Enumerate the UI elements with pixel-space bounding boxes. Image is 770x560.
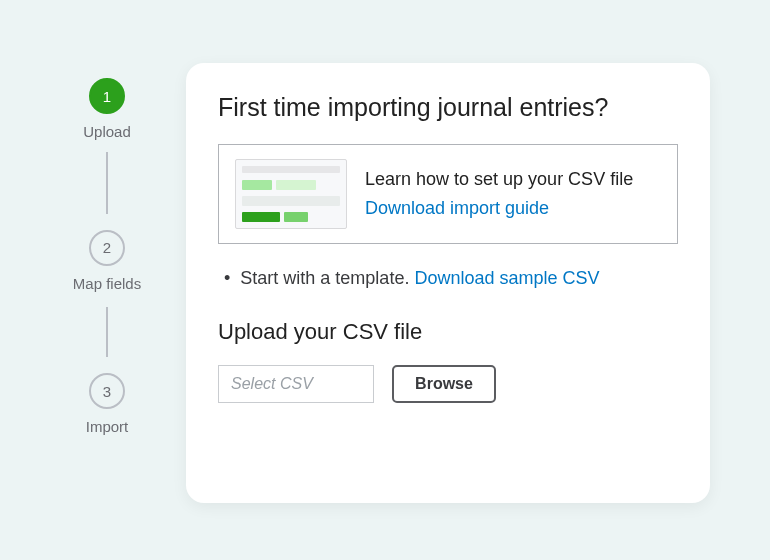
guide-box: Learn how to set up your CSV file Downlo…: [218, 144, 678, 244]
step-1[interactable]: 1 Upload: [83, 78, 131, 142]
guide-title: Learn how to set up your CSV file: [365, 169, 633, 190]
template-prefix: Start with a template.: [240, 268, 414, 288]
template-text: Start with a template. Download sample C…: [240, 268, 599, 289]
browse-button[interactable]: Browse: [392, 365, 496, 403]
guide-thumbnail: [235, 159, 347, 229]
step-connector: [106, 152, 108, 214]
step-connector: [106, 307, 108, 357]
step-2-label: Map fields: [73, 274, 141, 294]
card-heading: First time importing journal entries?: [218, 93, 678, 122]
import-card: First time importing journal entries? Le…: [186, 63, 710, 503]
bullet-icon: •: [224, 269, 230, 287]
step-2[interactable]: 2 Map fields: [73, 230, 141, 294]
upload-row: Browse: [218, 365, 678, 403]
guide-text: Learn how to set up your CSV file Downlo…: [365, 169, 633, 219]
template-row: • Start with a template. Download sample…: [218, 268, 678, 289]
file-input[interactable]: [218, 365, 374, 403]
step-3[interactable]: 3 Import: [86, 373, 129, 437]
step-1-circle: 1: [89, 78, 125, 114]
download-sample-link[interactable]: Download sample CSV: [414, 268, 599, 288]
stepper: 1 Upload 2 Map fields 3 Import: [72, 78, 142, 437]
download-guide-link[interactable]: Download import guide: [365, 198, 633, 219]
step-2-circle: 2: [89, 230, 125, 266]
upload-heading: Upload your CSV file: [218, 319, 678, 345]
step-1-label: Upload: [83, 122, 131, 142]
step-3-label: Import: [86, 417, 129, 437]
step-3-circle: 3: [89, 373, 125, 409]
